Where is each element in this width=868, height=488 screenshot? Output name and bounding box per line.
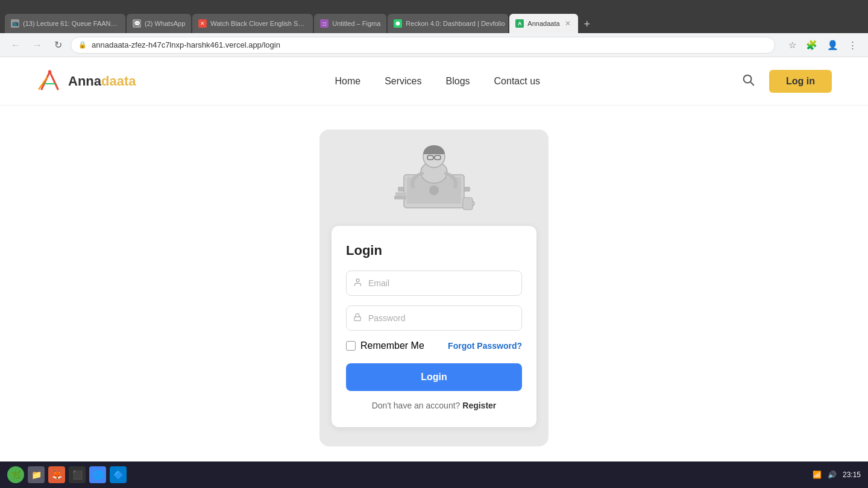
register-link[interactable]: Register <box>462 401 496 410</box>
taskbar-browser-icon[interactable]: 🦊 <box>48 466 65 483</box>
profile-button[interactable]: 👤 <box>823 37 842 53</box>
taskbar-right: 📶 🔊 23:15 <box>813 471 861 479</box>
svg-point-15 <box>356 279 359 282</box>
login-submit-button[interactable]: Login <box>346 363 522 391</box>
taskbar-terminal-icon[interactable]: ⬛ <box>69 466 86 483</box>
remember-forgot-row: Remember Me Forgot Password? <box>346 340 522 351</box>
forward-button[interactable]: → <box>29 37 46 53</box>
tab-reckon[interactable]: ⬢ Reckon 4.0: Dashboard | Devfolio <box>388 14 508 33</box>
tab-label-whatsapp: (2) WhatsApp <box>145 20 185 27</box>
login-illustration <box>362 139 506 223</box>
login-card-container: Login <box>319 130 549 446</box>
tab-label-annadaata: Annadaata <box>527 20 559 27</box>
remember-me-label[interactable]: Remember Me <box>346 340 424 351</box>
menu-button[interactable]: ⋮ <box>844 37 861 53</box>
email-input-group <box>346 271 522 296</box>
taskbar-files-icon[interactable]: 📁 <box>28 466 45 483</box>
taskbar-start-icon[interactable]: 🌿 <box>7 466 24 483</box>
svg-rect-14 <box>395 192 406 196</box>
tabs-bar: 📺 (13) Lecture 61: Queue FAANG Int... 💬 … <box>5 0 863 33</box>
tab-blackclover[interactable]: ✕ Watch Black Clover English Sub/D... <box>192 14 313 33</box>
svg-point-0 <box>48 70 51 74</box>
svg-point-6 <box>429 186 439 195</box>
tab-label-reckon: Reckon 4.0: Dashboard | Devfolio <box>406 20 505 27</box>
search-icon <box>741 73 755 86</box>
illustration-area <box>319 130 549 226</box>
address-bar[interactable]: 🔒 annadaata-zfez-h47c7lnxp-harshk461.ver… <box>71 37 775 54</box>
login-nav-button[interactable]: Log in <box>769 70 832 93</box>
reload-button[interactable]: ↻ <box>51 37 66 53</box>
tab-label-faang: (13) Lecture 61: Queue FAANG Int... <box>23 20 119 27</box>
svg-line-2 <box>750 82 753 85</box>
forgot-password-link[interactable]: Forgot Password? <box>448 341 522 351</box>
tab-favicon-faang: 📺 <box>11 19 19 28</box>
register-row: Don't have an account? Register <box>346 401 522 410</box>
nav-services[interactable]: Services <box>385 76 421 86</box>
login-title: Login <box>346 243 522 258</box>
taskbar-time: 23:15 <box>843 471 861 479</box>
lock-icon: 🔒 <box>78 41 87 49</box>
browser-actions: ☆ 🧩 👤 ⋮ <box>785 37 861 53</box>
no-account-text: Don't have an account? <box>372 401 461 410</box>
login-form-card: Login <box>332 226 536 427</box>
tab-favicon-blackclover: ✕ <box>198 19 207 28</box>
logo-text: Annadaata <box>68 74 136 89</box>
remember-me-text: Remember Me <box>360 340 424 351</box>
nav-right: Log in <box>739 70 832 93</box>
new-tab-button[interactable]: + <box>579 16 596 33</box>
email-field[interactable] <box>346 271 522 296</box>
tab-figma[interactable]: ◻ Untitled – Figma <box>314 14 386 33</box>
tab-annadaata[interactable]: A Annadaata ✕ <box>509 14 577 33</box>
password-input-group <box>346 305 522 331</box>
nav-contact[interactable]: Contact us <box>494 76 540 86</box>
page-content: Annadaata Home Services Blogs Contact us… <box>0 57 868 483</box>
tab-favicon-annadaata: A <box>515 19 524 28</box>
extensions-button[interactable]: 🧩 <box>802 37 821 53</box>
user-icon <box>353 278 362 289</box>
bookmark-button[interactable]: ☆ <box>785 37 800 53</box>
logo-area[interactable]: Annadaata <box>36 67 136 95</box>
main-area: Login <box>0 105 868 483</box>
logo-icon <box>36 67 63 95</box>
tab-label-blackclover: Watch Black Clover English Sub/D... <box>210 20 307 27</box>
remember-checkbox[interactable] <box>346 341 356 351</box>
browser-chrome: 📺 (13) Lecture 61: Queue FAANG Int... 💬 … <box>0 0 868 33</box>
back-button[interactable]: ← <box>7 37 24 53</box>
nav-blogs[interactable]: Blogs <box>446 76 470 86</box>
taskbar: 🌿 📁 🦊 ⬛ 🌐 🔷 📶 🔊 23:15 <box>0 461 868 488</box>
lock-field-icon <box>353 313 362 324</box>
tab-faang[interactable]: 📺 (13) Lecture 61: Queue FAANG Int... <box>5 14 125 33</box>
password-field[interactable] <box>346 305 522 331</box>
svg-rect-12 <box>463 198 473 210</box>
svg-rect-13 <box>394 196 406 199</box>
address-bar-row: ← → ↻ 🔒 annadaata-zfez-h47c7lnxp-harshk4… <box>0 33 868 57</box>
taskbar-vscode-icon[interactable]: 🔷 <box>110 466 127 483</box>
address-text: annadaata-zfez-h47c7lnxp-harshk461.verce… <box>92 40 280 49</box>
tab-label-figma: Untitled – Figma <box>332 20 380 27</box>
taskbar-chrome-icon[interactable]: 🌐 <box>89 466 106 483</box>
tab-favicon-whatsapp: 💬 <box>133 19 141 28</box>
tab-close-annadaata[interactable]: ✕ <box>564 18 572 29</box>
taskbar-volume-icon: 🔊 <box>828 471 837 479</box>
nav-links: Home Services Blogs Contact us <box>335 76 540 87</box>
taskbar-left: 🌿 📁 🦊 ⬛ 🌐 🔷 <box>7 466 127 483</box>
tab-favicon-figma: ◻ <box>320 19 329 28</box>
search-button[interactable] <box>739 70 757 92</box>
tab-favicon-reckon: ⬢ <box>394 19 402 28</box>
tab-whatsapp[interactable]: 💬 (2) WhatsApp <box>127 14 191 33</box>
taskbar-network-icon: 📶 <box>813 471 822 479</box>
svg-rect-16 <box>354 317 361 321</box>
navbar: Annadaata Home Services Blogs Contact us… <box>0 57 868 105</box>
nav-home[interactable]: Home <box>335 76 360 86</box>
